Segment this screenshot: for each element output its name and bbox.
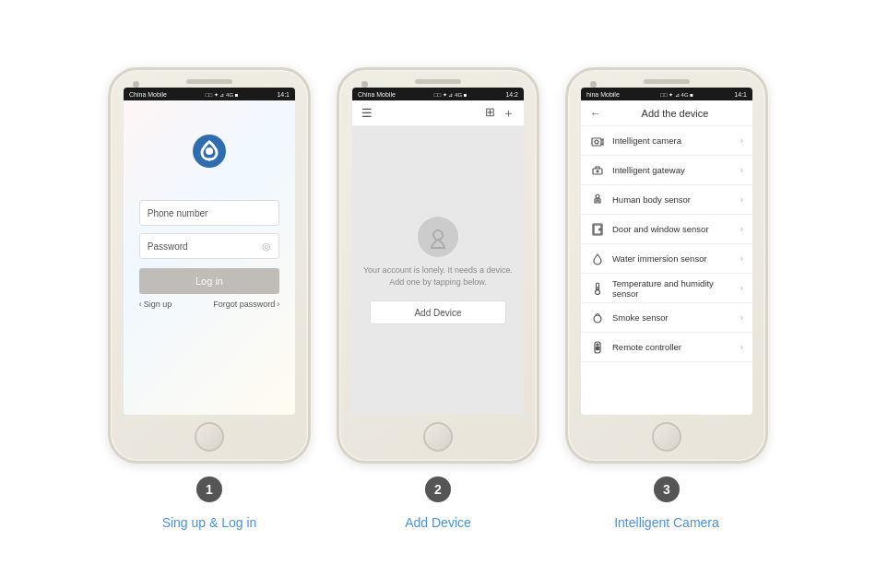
phones-row: China Mobile □□ ✦ ⊿ 4G ■ 14:1 bbox=[108, 67, 768, 530]
device-name-5: Temperature and humidity sensor bbox=[612, 278, 733, 299]
chevron-4: › bbox=[740, 253, 743, 264]
status-icons-1: □□ ✦ ⊿ 4G ■ bbox=[206, 91, 239, 98]
step-label-2: Add Device bbox=[405, 515, 471, 530]
device-item-2[interactable]: Human body sensor › bbox=[581, 185, 752, 215]
phone-camera-3 bbox=[590, 81, 597, 88]
toolbar-icons-right: ⊞ ＋ bbox=[485, 105, 515, 122]
home-button-3[interactable] bbox=[652, 422, 681, 452]
device-item-1[interactable]: Intelligent gateway › bbox=[581, 156, 752, 185]
chevron-7: › bbox=[740, 342, 743, 352]
human-icon bbox=[590, 193, 605, 207]
phone-speaker-3 bbox=[644, 79, 690, 84]
eye-icon: ◎ bbox=[262, 241, 271, 253]
svg-point-8 bbox=[595, 140, 598, 144]
status-bar-3: hina Mobile □□ ✦ ⊿ 4G ■ 14:1 bbox=[581, 88, 752, 100]
app-logo bbox=[186, 128, 232, 174]
phone-placeholder: Phone number bbox=[148, 208, 208, 218]
phone-col-1: China Mobile □□ ✦ ⊿ 4G ■ 14:1 bbox=[108, 67, 311, 530]
phone-camera-2 bbox=[361, 81, 368, 88]
device-item-5[interactable]: Temperature and humidity sensor › bbox=[581, 274, 752, 303]
empty-location-icon bbox=[418, 217, 458, 257]
phone-number-field[interactable]: Phone number bbox=[139, 200, 280, 226]
plus-icon[interactable]: ＋ bbox=[503, 105, 515, 122]
step-badge-2: 2 bbox=[425, 476, 451, 502]
phone-col-3: hina Mobile □□ ✦ ⊿ 4G ■ 14:1 ← Add the d… bbox=[565, 67, 768, 530]
chevron-0: › bbox=[740, 135, 743, 146]
camera-icon bbox=[590, 134, 605, 148]
device-item-7[interactable]: Remote controller › bbox=[581, 333, 752, 362]
phone-top-bar-2 bbox=[339, 70, 537, 84]
time-3: 14:1 bbox=[734, 91, 747, 98]
remote-icon bbox=[590, 340, 605, 355]
device-name-0: Intelligent camera bbox=[612, 135, 733, 146]
home-button-2[interactable] bbox=[423, 422, 453, 452]
login-button[interactable]: Log in bbox=[139, 268, 280, 294]
empty-device-content: Your account is lonely. It needs a devic… bbox=[352, 126, 524, 415]
menu-icon[interactable]: ☰ bbox=[361, 106, 373, 120]
status-bar-1: China Mobile □□ ✦ ⊿ 4G ■ 14:1 bbox=[124, 88, 295, 100]
phone-shell-2: China Mobile □□ ✦ ⊿ 4G ■ 14:2 ☰ ⊞ ＋ bbox=[337, 67, 539, 464]
device-item-0[interactable]: Intelligent camera › bbox=[581, 126, 752, 156]
water-icon bbox=[590, 252, 605, 266]
chevron-5: › bbox=[740, 283, 743, 293]
device-item-6[interactable]: Smoke sensor › bbox=[581, 303, 752, 333]
svg-point-18 bbox=[594, 315, 601, 323]
phone-speaker-2 bbox=[415, 79, 461, 84]
empty-message: Your account is lonely. It needs a devic… bbox=[363, 265, 513, 288]
step-badge-3: 3 bbox=[654, 476, 680, 502]
time-2: 14:2 bbox=[505, 91, 518, 98]
svg-text:1: 1 bbox=[206, 482, 213, 497]
device-name-6: Smoke sensor bbox=[612, 312, 733, 323]
door-icon bbox=[590, 222, 605, 237]
status-icons-3: □□ ✦ ⊿ 4G ■ bbox=[660, 91, 693, 98]
svg-point-11 bbox=[596, 194, 599, 198]
phone-screen-1: China Mobile □□ ✦ ⊿ 4G ■ 14:1 bbox=[124, 88, 295, 415]
svg-point-20 bbox=[597, 344, 598, 346]
chevron-3: › bbox=[740, 224, 743, 234]
svg-text:2: 2 bbox=[434, 482, 442, 497]
device-name-2: Human body sensor bbox=[612, 194, 733, 205]
phone-camera-1 bbox=[133, 81, 139, 88]
device-list: Intelligent camera › Intelligent gateway… bbox=[581, 126, 752, 415]
step-label-1: Sing up & Log in bbox=[162, 515, 257, 530]
device-name-7: Remote controller bbox=[612, 342, 733, 352]
phone-shell-1: China Mobile □□ ✦ ⊿ 4G ■ 14:1 bbox=[108, 67, 311, 464]
device-name-1: Intelligent gateway bbox=[612, 165, 733, 175]
camera-toolbar: ← Add the device bbox=[581, 100, 752, 126]
svg-rect-9 bbox=[593, 169, 602, 174]
chevron-6: › bbox=[740, 312, 743, 323]
status-icons-2: □□ ✦ ⊿ 4G ■ bbox=[434, 91, 468, 98]
device-item-3[interactable]: Door and window sensor › bbox=[581, 215, 752, 244]
camera-list-screen: hina Mobile □□ ✦ ⊿ 4G ■ 14:1 ← Add the d… bbox=[581, 88, 752, 415]
home-button-1[interactable] bbox=[195, 422, 224, 452]
forgot-password-link[interactable]: Forgot password › bbox=[213, 300, 279, 309]
login-links: ‹ Sign up Forgot password › bbox=[139, 300, 280, 309]
carrier-1: China Mobile bbox=[129, 91, 167, 98]
sign-up-link[interactable]: ‹ Sign up bbox=[139, 300, 172, 309]
svg-rect-7 bbox=[592, 138, 601, 146]
svg-point-1 bbox=[206, 147, 213, 155]
gateway-icon bbox=[590, 163, 605, 178]
login-form: Phone number Password ◎ Log in bbox=[139, 200, 280, 294]
chevron-1: › bbox=[740, 165, 743, 175]
status-bar-2: China Mobile □□ ✦ ⊿ 4G ■ 14:2 bbox=[352, 88, 524, 100]
back-arrow-icon[interactable]: ← bbox=[590, 107, 601, 120]
svg-point-10 bbox=[597, 171, 598, 172]
carrier-3: hina Mobile bbox=[586, 91, 620, 98]
password-placeholder: Password bbox=[148, 241, 188, 252]
svg-point-4 bbox=[433, 230, 443, 240]
svg-rect-22 bbox=[597, 348, 599, 349]
add-device-screen: China Mobile □□ ✦ ⊿ 4G ■ 14:2 ☰ ⊞ ＋ bbox=[352, 88, 524, 415]
grid-icon[interactable]: ⊞ bbox=[485, 105, 495, 122]
password-field[interactable]: Password ◎ bbox=[139, 233, 280, 259]
phone-top-bar-1 bbox=[111, 70, 308, 84]
carrier-2: China Mobile bbox=[358, 91, 396, 98]
add-device-button[interactable]: Add Device bbox=[370, 300, 507, 324]
login-screen: China Mobile □□ ✦ ⊿ 4G ■ 14:1 bbox=[124, 88, 295, 415]
time-1: 14:1 bbox=[277, 91, 290, 98]
svg-point-14 bbox=[599, 229, 601, 230]
device-item-4[interactable]: Water immersion sensor › bbox=[581, 244, 752, 274]
device-name-4: Water immersion sensor bbox=[612, 253, 733, 264]
login-button-label: Log in bbox=[195, 276, 223, 287]
phone-screen-3: hina Mobile □□ ✦ ⊿ 4G ■ 14:1 ← Add the d… bbox=[581, 88, 752, 415]
